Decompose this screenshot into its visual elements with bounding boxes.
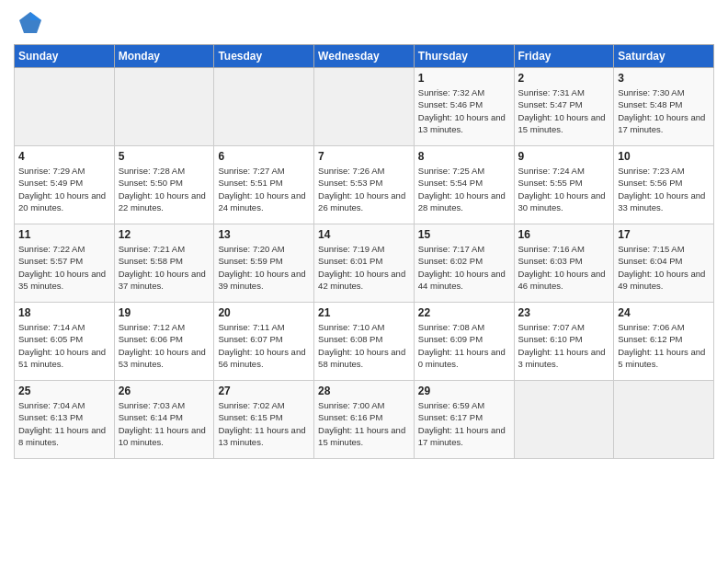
day-info: Sunrise: 7:12 AMSunset: 6:06 PMDaylight:… bbox=[119, 321, 210, 370]
day-info: Sunrise: 7:32 AMSunset: 5:46 PMDaylight:… bbox=[418, 86, 510, 135]
calendar-week-row: 18Sunrise: 7:14 AMSunset: 6:05 PMDayligh… bbox=[15, 303, 714, 381]
day-number: 12 bbox=[119, 228, 210, 241]
calendar-cell: 9Sunrise: 7:24 AMSunset: 5:55 PMDaylight… bbox=[514, 146, 614, 224]
day-number: 6 bbox=[218, 150, 310, 163]
day-number: 11 bbox=[18, 228, 110, 241]
calendar-cell: 16Sunrise: 7:16 AMSunset: 6:03 PMDayligh… bbox=[514, 224, 614, 303]
calendar-table: SundayMondayTuesdayWednesdayThursdayFrid… bbox=[14, 44, 714, 459]
day-info: Sunrise: 7:24 AMSunset: 5:55 PMDaylight:… bbox=[518, 165, 610, 213]
day-number: 21 bbox=[318, 306, 410, 319]
day-number: 13 bbox=[218, 228, 310, 241]
weekday-header-friday: Friday bbox=[514, 45, 614, 68]
day-info: Sunrise: 7:26 AMSunset: 5:53 PMDaylight:… bbox=[318, 165, 410, 213]
day-info: Sunrise: 7:25 AMSunset: 5:54 PMDaylight:… bbox=[418, 165, 510, 213]
calendar-week-row: 4Sunrise: 7:29 AMSunset: 5:49 PMDaylight… bbox=[15, 146, 714, 224]
day-info: Sunrise: 7:04 AMSunset: 6:13 PMDaylight:… bbox=[18, 399, 110, 448]
day-number: 25 bbox=[18, 385, 110, 397]
day-info: Sunrise: 7:02 AMSunset: 6:15 PMDaylight:… bbox=[218, 399, 310, 448]
calendar-cell: 29Sunrise: 6:59 AMSunset: 6:17 PMDayligh… bbox=[414, 381, 514, 459]
svg-marker-1 bbox=[30, 12, 41, 20]
calendar-cell bbox=[514, 381, 614, 459]
logo-icon bbox=[17, 9, 44, 37]
day-info: Sunrise: 7:15 AMSunset: 6:04 PMDaylight:… bbox=[618, 243, 710, 292]
calendar-cell: 2Sunrise: 7:31 AMSunset: 5:47 PMDaylight… bbox=[514, 68, 614, 146]
page-header bbox=[14, 9, 714, 37]
day-info: Sunrise: 7:27 AMSunset: 5:51 PMDaylight:… bbox=[218, 165, 310, 213]
day-info: Sunrise: 7:31 AMSunset: 5:47 PMDaylight:… bbox=[518, 86, 610, 135]
day-number: 1 bbox=[418, 72, 510, 85]
day-info: Sunrise: 7:03 AMSunset: 6:14 PMDaylight:… bbox=[119, 399, 210, 448]
day-number: 27 bbox=[218, 385, 310, 397]
weekday-header-monday: Monday bbox=[114, 45, 214, 68]
day-number: 20 bbox=[218, 306, 310, 319]
calendar-cell: 27Sunrise: 7:02 AMSunset: 6:15 PMDayligh… bbox=[214, 381, 314, 459]
calendar-cell: 14Sunrise: 7:19 AMSunset: 6:01 PMDayligh… bbox=[314, 224, 415, 303]
day-number: 7 bbox=[318, 150, 410, 163]
day-number: 5 bbox=[119, 150, 210, 163]
calendar-cell: 20Sunrise: 7:11 AMSunset: 6:07 PMDayligh… bbox=[214, 303, 314, 381]
day-number: 22 bbox=[418, 306, 510, 319]
day-number: 23 bbox=[518, 306, 610, 319]
calendar-week-row: 25Sunrise: 7:04 AMSunset: 6:13 PMDayligh… bbox=[15, 381, 714, 459]
day-info: Sunrise: 7:07 AMSunset: 6:10 PMDaylight:… bbox=[518, 321, 610, 370]
calendar-cell bbox=[214, 68, 314, 146]
day-info: Sunrise: 7:11 AMSunset: 6:07 PMDaylight:… bbox=[218, 321, 310, 370]
calendar-cell: 26Sunrise: 7:03 AMSunset: 6:14 PMDayligh… bbox=[114, 381, 214, 459]
day-info: Sunrise: 7:23 AMSunset: 5:56 PMDaylight:… bbox=[618, 165, 710, 213]
day-info: Sunrise: 7:17 AMSunset: 6:02 PMDaylight:… bbox=[418, 243, 510, 292]
calendar-cell: 6Sunrise: 7:27 AMSunset: 5:51 PMDaylight… bbox=[214, 146, 314, 224]
day-number: 3 bbox=[618, 72, 710, 85]
day-number: 9 bbox=[518, 150, 610, 163]
calendar-cell: 17Sunrise: 7:15 AMSunset: 6:04 PMDayligh… bbox=[614, 224, 714, 303]
calendar-cell: 11Sunrise: 7:22 AMSunset: 5:57 PMDayligh… bbox=[15, 224, 115, 303]
calendar-cell: 28Sunrise: 7:00 AMSunset: 6:16 PMDayligh… bbox=[314, 381, 415, 459]
day-number: 17 bbox=[618, 228, 710, 241]
day-number: 14 bbox=[318, 228, 410, 241]
day-number: 10 bbox=[618, 150, 710, 163]
day-number: 16 bbox=[518, 228, 610, 241]
day-number: 4 bbox=[18, 150, 110, 163]
calendar-cell: 5Sunrise: 7:28 AMSunset: 5:50 PMDaylight… bbox=[114, 146, 214, 224]
calendar-cell: 23Sunrise: 7:07 AMSunset: 6:10 PMDayligh… bbox=[514, 303, 614, 381]
day-info: Sunrise: 7:19 AMSunset: 6:01 PMDaylight:… bbox=[318, 243, 410, 292]
calendar-cell bbox=[314, 68, 415, 146]
day-info: Sunrise: 7:30 AMSunset: 5:48 PMDaylight:… bbox=[618, 86, 710, 135]
day-number: 29 bbox=[418, 385, 510, 397]
calendar-cell: 7Sunrise: 7:26 AMSunset: 5:53 PMDaylight… bbox=[314, 146, 415, 224]
day-info: Sunrise: 7:29 AMSunset: 5:49 PMDaylight:… bbox=[18, 165, 110, 213]
day-number: 26 bbox=[119, 385, 210, 397]
calendar-cell: 1Sunrise: 7:32 AMSunset: 5:46 PMDaylight… bbox=[414, 68, 514, 146]
calendar-cell: 10Sunrise: 7:23 AMSunset: 5:56 PMDayligh… bbox=[614, 146, 714, 224]
calendar-week-row: 1Sunrise: 7:32 AMSunset: 5:46 PMDaylight… bbox=[15, 68, 714, 146]
weekday-header-saturday: Saturday bbox=[614, 45, 714, 68]
calendar-cell: 4Sunrise: 7:29 AMSunset: 5:49 PMDaylight… bbox=[15, 146, 115, 224]
day-number: 2 bbox=[518, 72, 610, 85]
calendar-header-row: SundayMondayTuesdayWednesdayThursdayFrid… bbox=[15, 45, 714, 68]
day-info: Sunrise: 7:00 AMSunset: 6:16 PMDaylight:… bbox=[318, 399, 410, 448]
day-info: Sunrise: 7:10 AMSunset: 6:08 PMDaylight:… bbox=[318, 321, 410, 370]
day-info: Sunrise: 6:59 AMSunset: 6:17 PMDaylight:… bbox=[418, 399, 510, 448]
calendar-cell: 18Sunrise: 7:14 AMSunset: 6:05 PMDayligh… bbox=[15, 303, 115, 381]
day-number: 8 bbox=[418, 150, 510, 163]
calendar-cell: 12Sunrise: 7:21 AMSunset: 5:58 PMDayligh… bbox=[114, 224, 214, 303]
weekday-header-wednesday: Wednesday bbox=[314, 45, 415, 68]
day-number: 15 bbox=[418, 228, 510, 241]
day-number: 24 bbox=[618, 306, 710, 319]
day-info: Sunrise: 7:28 AMSunset: 5:50 PMDaylight:… bbox=[119, 165, 210, 213]
day-info: Sunrise: 7:08 AMSunset: 6:09 PMDaylight:… bbox=[418, 321, 510, 370]
calendar-cell: 21Sunrise: 7:10 AMSunset: 6:08 PMDayligh… bbox=[314, 303, 415, 381]
calendar-cell: 13Sunrise: 7:20 AMSunset: 5:59 PMDayligh… bbox=[214, 224, 314, 303]
weekday-header-sunday: Sunday bbox=[15, 45, 115, 68]
day-info: Sunrise: 7:14 AMSunset: 6:05 PMDaylight:… bbox=[18, 321, 110, 370]
calendar-cell: 15Sunrise: 7:17 AMSunset: 6:02 PMDayligh… bbox=[414, 224, 514, 303]
day-number: 19 bbox=[119, 306, 210, 319]
calendar-cell bbox=[114, 68, 214, 146]
day-info: Sunrise: 7:06 AMSunset: 6:12 PMDaylight:… bbox=[618, 321, 710, 370]
day-number: 18 bbox=[18, 306, 110, 319]
logo bbox=[14, 9, 44, 37]
calendar-cell: 8Sunrise: 7:25 AMSunset: 5:54 PMDaylight… bbox=[414, 146, 514, 224]
calendar-cell: 25Sunrise: 7:04 AMSunset: 6:13 PMDayligh… bbox=[15, 381, 115, 459]
calendar-cell bbox=[614, 381, 714, 459]
weekday-header-tuesday: Tuesday bbox=[214, 45, 314, 68]
calendar-cell: 3Sunrise: 7:30 AMSunset: 5:48 PMDaylight… bbox=[614, 68, 714, 146]
